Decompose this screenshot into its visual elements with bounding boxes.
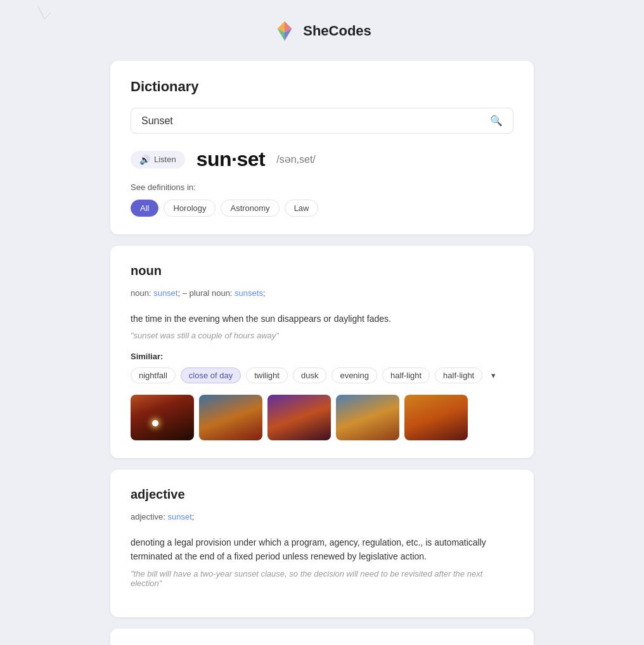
sunset-images <box>131 395 513 440</box>
sunset-image-3 <box>267 395 331 440</box>
similar-tags: nightfall close of day twilight dusk eve… <box>131 367 513 383</box>
dictionary-title: Dictionary <box>131 79 513 95</box>
search-bar: 🔍 <box>131 108 513 134</box>
noun-card: noun noun: sunset; – plural noun: sunset… <box>110 246 534 458</box>
page-wrapper: SheCodes Dictionary 🔍 🔊 Listen sun·set /… <box>100 19 544 645</box>
tag-law[interactable]: Law <box>285 200 319 217</box>
more-tags-button[interactable]: ▾ <box>487 368 499 383</box>
adjective-quote: "the bill will have a two-year sunset cl… <box>131 569 513 588</box>
sunset-image-1 <box>131 395 194 440</box>
sunset-image-4 <box>336 395 399 440</box>
sunset-image-5 <box>404 395 468 440</box>
speaker-icon: 🔊 <box>139 155 150 165</box>
word-main: sun·set <box>196 148 266 171</box>
noun-definition: the time in the evening when the sun dis… <box>131 312 513 326</box>
header: SheCodes <box>110 19 534 43</box>
sim-tag-nightfall[interactable]: nightfall <box>131 367 176 383</box>
search-icon: 🔍 <box>490 115 503 127</box>
see-definitions-label: See definitions in: <box>131 182 513 192</box>
tag-horology[interactable]: Horology <box>164 200 216 217</box>
adjective-pos-title: adjective <box>131 487 513 502</box>
sim-tag-closeofday[interactable]: close of day <box>181 367 241 383</box>
sim-tag-twilight[interactable]: twilight <box>246 367 288 383</box>
verb-card: verb NORTH AMERICAN verb: sunset; – 3rd … <box>110 629 534 645</box>
logo-text: SheCodes <box>303 23 371 39</box>
definition-tags: All Horology Astronomy Law <box>131 200 513 217</box>
listen-button[interactable]: 🔊 Listen <box>131 151 185 169</box>
sunset-image-2 <box>199 395 262 440</box>
sim-tag-evening[interactable]: evening <box>332 367 377 383</box>
adjective-definition: denoting a legal provision under which a… <box>131 535 513 564</box>
search-input[interactable] <box>141 115 490 127</box>
sim-tag-dusk[interactable]: dusk <box>293 367 326 383</box>
noun-quote: "sunset was still a couple of hours away… <box>131 331 513 340</box>
tag-all[interactable]: All <box>131 200 158 217</box>
noun-pos-title: noun <box>131 264 513 278</box>
sim-tag-halflight1[interactable]: half-light <box>382 367 430 383</box>
shecodes-logo-icon <box>273 19 297 43</box>
similar-label: Similiar: <box>131 352 513 361</box>
listen-label: Listen <box>154 155 176 164</box>
sim-tag-halflight2[interactable]: half-light <box>435 367 482 383</box>
dictionary-card: Dictionary 🔍 🔊 Listen sun·set /sən,set/ … <box>110 61 534 234</box>
adjective-meta: adjective: sunset; <box>131 511 513 524</box>
noun-meta: noun: sunset; – plural noun: sunsets; <box>131 287 513 300</box>
adjective-card: adjective adjective: sunset; denoting a … <box>110 469 534 617</box>
word-header: 🔊 Listen sun·set /sən,set/ <box>131 148 513 171</box>
word-phonetic: /sən,set/ <box>276 153 316 165</box>
tag-astronomy[interactable]: Astronomy <box>221 200 279 217</box>
